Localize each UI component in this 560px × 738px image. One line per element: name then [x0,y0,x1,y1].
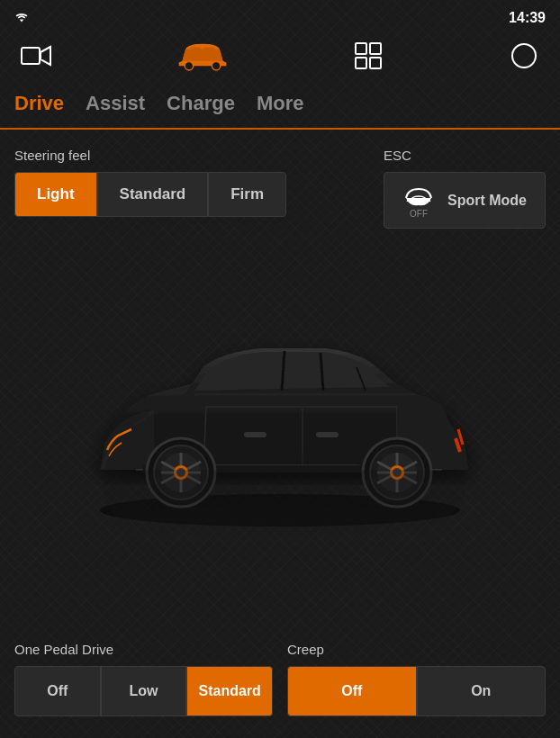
svg-rect-5 [190,48,200,56]
car-image-area [14,239,546,627]
svg-point-11 [512,44,536,68]
svg-rect-9 [356,58,366,68]
steering-standard-button[interactable]: Standard [97,172,209,217]
esc-sport-button[interactable]: OFF Sport Mode [384,172,546,229]
esc-group: ESC OFF Sport Mode [384,148,546,229]
esc-label: ESC [384,148,411,163]
nav-tabs: Drive Assist Charge More [0,83,560,130]
svg-rect-19 [316,432,339,437]
svg-rect-7 [356,43,366,54]
esc-sport-label: Sport Mode [447,193,527,209]
steering-feel-group: Steering feel Light Standard Firm [14,148,286,217]
grid-icon [354,41,383,70]
svg-rect-8 [370,43,381,54]
creep-on-button[interactable]: On [417,666,546,716]
car-silhouette [46,326,514,542]
steering-firm-button[interactable]: Firm [208,172,286,217]
svg-rect-18 [244,432,266,437]
car-icon-button[interactable] [174,38,231,74]
one-pedal-drive-group: One Pedal Drive Off Low Standard [14,642,273,716]
grid-icon-button[interactable] [350,38,386,74]
esc-off-label: OFF [410,209,428,219]
one-pedal-low-button[interactable]: Low [101,666,187,716]
status-left [14,13,29,23]
one-pedal-drive-label: One Pedal Drive [14,642,273,657]
header [0,32,560,83]
svg-rect-10 [370,58,381,68]
wifi-icon [14,13,29,23]
svg-rect-6 [204,48,214,56]
svg-marker-2 [41,47,50,65]
one-pedal-drive-buttons: Off Low Standard [14,666,273,716]
svg-point-4 [212,62,220,70]
steering-light-button[interactable]: Light [14,172,97,217]
main-content: Steering feel Light Standard Firm ESC [0,130,560,627]
video-icon [21,45,51,67]
creep-label: Creep [287,642,546,657]
status-time: 14:39 [509,10,546,26]
creep-off-button[interactable]: Off [287,666,417,716]
steering-feel-buttons: Light Standard Firm [14,172,286,217]
creep-group: Creep Off On [287,642,546,716]
steering-feel-label: Steering feel [14,148,286,163]
bottom-controls: One Pedal Drive Off Low Standard Creep O… [0,627,560,738]
one-pedal-off-button[interactable]: Off [14,666,101,716]
svg-marker-0 [20,20,24,22]
svg-rect-1 [22,48,40,64]
tab-assist[interactable]: Assist [86,92,145,119]
creep-buttons: Off On [287,666,546,716]
esc-car-icon [402,182,435,207]
svg-point-3 [185,62,193,70]
circle-icon-button[interactable] [506,38,542,74]
one-pedal-standard-button[interactable]: Standard [186,666,273,716]
circle-icon [510,42,537,69]
car-icon [174,40,231,72]
status-bar: 14:39 [0,0,560,32]
tab-drive[interactable]: Drive [14,92,64,119]
tab-charge[interactable]: Charge [167,92,235,119]
main-screen: 14:39 [0,0,560,738]
controls-row: Steering feel Light Standard Firm ESC [14,148,546,229]
tab-more[interactable]: More [257,92,304,119]
video-icon-button[interactable] [18,38,54,74]
esc-icon-area: OFF [402,182,435,219]
